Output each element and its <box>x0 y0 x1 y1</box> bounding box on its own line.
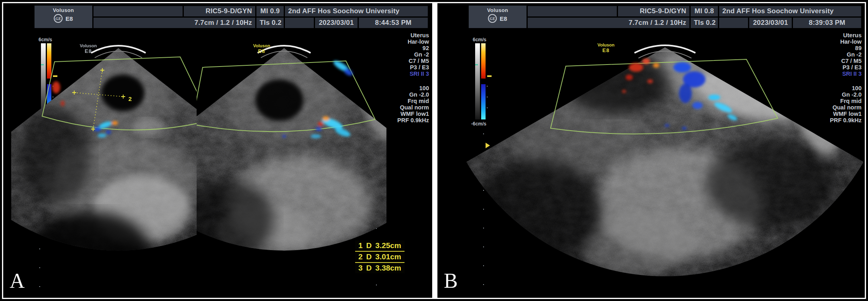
setting-frequency: Frq mid <box>801 98 862 104</box>
measurement-value: 3.25cm <box>375 241 401 250</box>
exam-time: 8:39:03 PM <box>793 18 861 28</box>
voluson-watermark: Voluson E8 <box>75 43 101 54</box>
setting-exam-type: Uterus <box>801 32 862 38</box>
setting-quality: Qual norm <box>369 104 429 111</box>
brand-model: E8 <box>500 15 507 22</box>
setting-gn: Gn -2 <box>801 51 862 58</box>
setting-color-gain: 100 <box>369 85 429 91</box>
measurement-index: 2 <box>358 253 363 261</box>
setting-sri: SRI II 3 <box>801 71 862 77</box>
setting-gn: Gn -2 <box>369 51 429 58</box>
setting-harmonics: Har-low <box>801 38 862 45</box>
imaging-settings-column: Uterus Har-low 89 Gn -2 C7 / M5 P3 / E3 … <box>801 32 862 123</box>
measurement-dim: D <box>366 264 372 273</box>
panel-b: Voluson GE E8 RIC5-9-D/GYN MI 0.8 2nd AF… <box>437 3 865 298</box>
setting-prf: PRF 0.9kHz <box>801 117 862 123</box>
watermark-model: E8 <box>75 48 101 54</box>
exam-time: 8:44:53 PM <box>359 18 428 28</box>
header-spacer <box>528 6 617 16</box>
exam-date: 2023/03/01 <box>749 18 792 28</box>
ge-voluson-logo: Voluson GE E8 <box>469 6 526 28</box>
measurement-value: 3.01cm <box>375 253 401 261</box>
panel-a: Voluson GE E8 RIC5-9-D/GYN MI 0.9 2nd AF… <box>3 3 432 298</box>
mi-value: MI 0.8 <box>691 6 718 16</box>
header-spacer <box>719 18 748 28</box>
tis-value: TIs 0.2 <box>256 18 284 28</box>
tis-value: TIs 0.2 <box>691 18 718 28</box>
panel-letter-label: A <box>10 270 25 292</box>
probe-name: RIC5-9-D/GYN <box>184 6 255 16</box>
setting-exam-type: Uterus <box>369 32 429 38</box>
setting-color-gn: Gn -2.0 <box>369 91 429 98</box>
setting-color-gain: 100 <box>801 85 862 91</box>
probe-name: RIC5-9-D/GYN <box>618 6 689 16</box>
setting-b-gain: 92 <box>369 45 429 51</box>
ge-monogram-icon: GE <box>488 14 497 23</box>
watermark-model: E8 <box>593 48 619 53</box>
measurement-dim: D <box>366 241 372 250</box>
measurement-dim: D <box>366 253 372 261</box>
setting-contrast-map: C7 / M5 <box>801 58 862 64</box>
exam-date: 2023/03/01 <box>315 18 358 28</box>
watermark-model: E8 <box>249 48 274 54</box>
brand-name: Voluson <box>35 7 92 13</box>
panel-letter-label: B <box>444 270 458 292</box>
institution-name: 2nd AFF Hos Soochow University <box>719 6 861 16</box>
header-spacer <box>285 18 314 28</box>
setting-persistence: P3 / E3 <box>369 64 429 71</box>
setting-prf: PRF 0.9kHz <box>369 117 429 123</box>
measurement-value: 3.38cm <box>375 264 401 273</box>
setting-wmf: WMF low1 <box>801 111 862 117</box>
brand-name: Voluson <box>469 7 526 13</box>
depth-frequency: 7.7cm / 1.2 / 10Hz <box>528 18 689 28</box>
setting-frequency: Frq mid <box>369 98 429 104</box>
setting-persistence: P3 / E3 <box>801 64 862 71</box>
brand-model: E8 <box>65 15 73 22</box>
imaging-settings-column: Uterus Har-low 92 Gn -2 C7 / M5 P3 / E3 … <box>369 32 429 123</box>
setting-b-gain: 89 <box>801 45 862 51</box>
ge-voluson-logo: Voluson GE E8 <box>35 6 92 28</box>
setting-sri: SRI II 3 <box>369 71 429 77</box>
ge-monogram-icon: GE <box>54 14 63 23</box>
measurement-row: 3 D 3.38cm <box>355 263 405 273</box>
measurement-results: 1 D 3.25cm 2 D 3.01cm 3 D 3.38cm <box>355 240 405 273</box>
institution-name: 2nd AFF Hos Soochow University <box>285 6 428 16</box>
setting-harmonics: Har-low <box>369 38 429 45</box>
ultrasound-image-single <box>437 27 865 298</box>
measurement-index: 1 <box>358 241 363 250</box>
measurement-row: 1 D 3.25cm <box>355 240 405 252</box>
voluson-watermark-active: Voluson E8 <box>593 42 619 53</box>
header-spacer <box>94 6 183 16</box>
ultrasound-figure: Voluson GE E8 RIC5-9-D/GYN MI 0.9 2nd AF… <box>0 0 868 301</box>
mi-value: MI 0.9 <box>256 6 284 16</box>
measurement-index: 3 <box>358 264 363 273</box>
caliper-number-label: 2 <box>128 95 132 102</box>
depth-frequency: 7.7cm / 1.2 / 10Hz <box>94 18 255 28</box>
setting-wmf: WMF low1 <box>369 111 429 117</box>
voluson-watermark-active: Voluson E8 <box>249 43 274 54</box>
setting-quality: Qual norm <box>801 104 862 111</box>
setting-contrast-map: C7 / M5 <box>369 58 429 64</box>
measurement-row: 2 D 3.01cm <box>355 252 405 263</box>
setting-color-gn: Gn -2.0 <box>801 91 862 98</box>
